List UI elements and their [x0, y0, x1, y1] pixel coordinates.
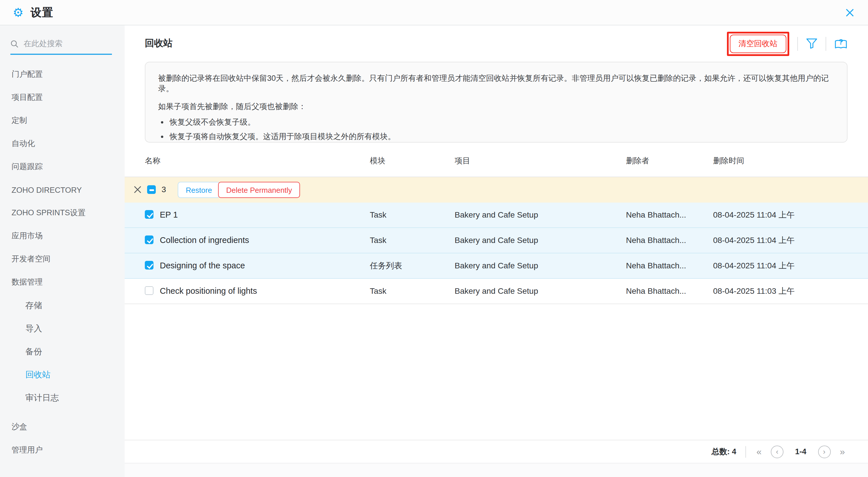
total-label: 总数:: [712, 447, 730, 456]
cell-deleted-by: Neha Bhattach...: [626, 210, 686, 219]
settings-sidebar: 门户配置 项目配置 定制 自动化 问题跟踪 ZOHO DIRECTORY ZOH…: [0, 25, 125, 477]
cell-project: Bakery and Cafe Setup: [455, 286, 538, 296]
table-row[interactable]: EP 1 Task Bakery and Cafe Setup Neha Bha…: [125, 203, 868, 228]
sidebar-item-issue-tracking[interactable]: 问题跟踪: [0, 155, 125, 178]
sidebar-item-data-management[interactable]: 数据管理: [0, 271, 125, 294]
main-header: 回收站 清空回收站 ?: [125, 25, 868, 62]
sidebar-item-customization[interactable]: 定制: [0, 109, 125, 132]
selection-toolbar: 3 Restore Delete Permanently: [125, 177, 868, 203]
close-button[interactable]: [845, 8, 854, 17]
row-checkbox[interactable]: [145, 210, 153, 219]
cell-name: Designing of the space: [160, 261, 245, 270]
sidebar-search[interactable]: [10, 36, 112, 55]
help-guide-icon: ?: [834, 38, 847, 49]
info-line-1: 被删除的记录将在回收站中保留30天，然后才会被永久删除。只有门户所有者和管理员才…: [158, 73, 834, 94]
cell-name: Collection of ingredients: [160, 236, 249, 245]
row-checkbox[interactable]: [145, 286, 153, 295]
sidebar-item-project-config[interactable]: 项目配置: [0, 86, 125, 109]
annotation-highlight: 清空回收站: [727, 31, 789, 56]
sidebar-item-automation[interactable]: 自动化: [0, 132, 125, 155]
top-bar: ⚙ 设置: [0, 0, 868, 25]
sidebar-item-audit-log[interactable]: 审计日志: [0, 386, 125, 409]
settings-window: ⚙ 设置 门户配置 项目配置 定制 自动化 问题跟踪 ZOHO DIRECTOR…: [0, 0, 868, 477]
previous-page-button[interactable]: ‹: [771, 445, 783, 458]
close-icon: [845, 8, 854, 17]
sidebar-item-zoho-directory[interactable]: ZOHO DIRECTORY: [0, 178, 125, 202]
sidebar-nav: 门户配置 项目配置 定制 自动化 问题跟踪 ZOHO DIRECTORY ZOH…: [0, 63, 125, 462]
svg-text:?: ?: [838, 38, 843, 46]
column-header-module: 模块: [370, 156, 385, 166]
table-row[interactable]: Collection of ingredients Task Bakery an…: [125, 228, 868, 254]
sidebar-item-portal-config[interactable]: 门户配置: [0, 63, 125, 86]
sidebar-item-storage[interactable]: 存储: [0, 294, 125, 317]
table-row[interactable]: Check positioning of lights Task Bakery …: [125, 279, 868, 304]
total-count: 总数: 4: [712, 446, 737, 457]
recycle-bin-table: 名称 模块 项目 删除者 删除时间 3 Restore Delete Perma…: [125, 143, 868, 304]
info-bullet-1: 恢复父级不会恢复子级。: [169, 117, 834, 127]
info-line-2: 如果子项首先被删除，随后父项也被删除：: [158, 101, 834, 112]
sidebar-item-marketplace[interactable]: 应用市场: [0, 225, 125, 247]
cell-project: Bakery and Cafe Setup: [455, 236, 538, 245]
first-page-button[interactable]: «: [755, 446, 763, 457]
empty-trash-button[interactable]: 清空回收站: [730, 34, 786, 53]
restore-button[interactable]: Restore: [178, 182, 220, 198]
table-header: 名称 模块 项目 删除者 删除时间: [125, 143, 868, 177]
search-input[interactable]: [24, 39, 104, 48]
clear-selection-icon: [134, 186, 141, 193]
window-title: 设置: [31, 5, 54, 20]
search-icon: [10, 39, 19, 48]
header-controls: 清空回收站 ?: [727, 31, 847, 56]
pagination-footer: 总数: 4 « ‹ 1-4 › »: [125, 440, 868, 463]
row-checkbox[interactable]: [145, 261, 153, 270]
info-bullets: 恢复父级不会恢复子级。 恢复子项将自动恢复父项。这适用于除项目模块之外的所有模块…: [169, 117, 834, 142]
cell-deleted-at: 08-04-2025 11:04 上午: [713, 210, 795, 220]
table-row[interactable]: Designing of the space 任务列表 Bakery and C…: [125, 254, 868, 279]
cell-deleted-at: 08-04-2025 11:03 上午: [713, 286, 795, 297]
sidebar-item-backup[interactable]: 备份: [0, 340, 125, 363]
cell-deleted-by: Neha Bhattach...: [626, 236, 686, 245]
divider: [825, 37, 826, 51]
cell-project: Bakery and Cafe Setup: [455, 261, 538, 270]
cell-module: Task: [370, 236, 386, 245]
cell-name: Check positioning of lights: [160, 286, 257, 296]
cell-project: Bakery and Cafe Setup: [455, 210, 538, 219]
cell-name: EP 1: [160, 210, 178, 219]
sidebar-item-recycle-bin[interactable]: 回收站: [0, 363, 125, 386]
help-button[interactable]: ?: [834, 38, 847, 49]
cell-module: 任务列表: [370, 261, 402, 271]
next-page-button[interactable]: ›: [818, 445, 831, 458]
total-value: 4: [732, 447, 736, 456]
divider: [745, 446, 746, 457]
column-header-project: 项目: [455, 156, 470, 166]
cell-module: Task: [370, 286, 386, 296]
info-bullet-2: 恢复子项将自动恢复父项。这适用于除项目模块之外的所有模块。: [169, 131, 834, 142]
sidebar-item-manage-users[interactable]: 管理用户: [0, 439, 125, 462]
info-box: 被删除的记录将在回收站中保留30天，然后才会被永久删除。只有门户所有者和管理员才…: [145, 62, 847, 143]
selection-count: 3: [161, 185, 166, 194]
cell-deleted-by: Neha Bhattach...: [626, 286, 686, 296]
column-header-deleted-by: 删除者: [626, 156, 649, 166]
page-title: 回收站: [145, 37, 173, 50]
sidebar-item-developer-space[interactable]: 开发者空间: [0, 247, 125, 271]
page-range: 1-4: [795, 447, 806, 456]
clear-selection-button[interactable]: [134, 186, 141, 193]
cell-module: Task: [370, 210, 386, 219]
last-page-button[interactable]: »: [839, 446, 846, 457]
main-panel: 回收站 清空回收站 ?: [125, 25, 868, 477]
sidebar-item-zoho-sprints-settings[interactable]: ZOHO SPRINTS设置: [0, 202, 125, 225]
cell-deleted-at: 08-04-2025 11:04 上午: [713, 261, 795, 271]
row-checkbox[interactable]: [145, 236, 153, 244]
cell-deleted-by: Neha Bhattach...: [626, 261, 686, 270]
cell-deleted-at: 08-04-2025 11:04 上午: [713, 236, 795, 246]
bottom-strip: [125, 463, 868, 477]
select-all-checkbox[interactable]: [147, 185, 156, 194]
column-header-deleted-at: 删除时间: [713, 156, 744, 166]
filter-icon: [806, 38, 817, 49]
sidebar-item-import[interactable]: 导入: [0, 317, 125, 340]
gear-icon: ⚙: [13, 6, 24, 19]
column-header-name: 名称: [145, 156, 160, 166]
filter-button[interactable]: [806, 38, 817, 49]
delete-permanently-button[interactable]: Delete Permanently: [218, 182, 300, 198]
sidebar-item-sandbox[interactable]: 沙盒: [0, 416, 125, 439]
divider: [797, 37, 798, 51]
